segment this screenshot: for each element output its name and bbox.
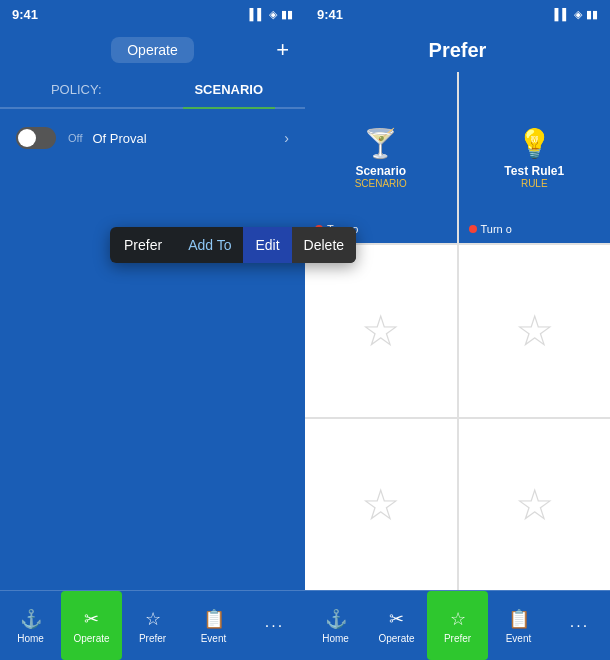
prefer-icon: ☆	[145, 608, 161, 630]
testrule-status-text: Turn o	[481, 223, 512, 235]
nav-more-right[interactable]: ···	[549, 591, 610, 660]
grid-cell-empty-1-1[interactable]: ☆	[459, 245, 611, 416]
event-label: Event	[201, 633, 227, 644]
left-time: 9:41	[12, 7, 38, 22]
delete-button[interactable]: Delete	[292, 227, 356, 263]
operate-icon-right: ✂	[389, 608, 404, 630]
scenario-subtitle: SCENARIO	[355, 178, 407, 189]
grid-cell-empty-2-0[interactable]: ☆	[305, 419, 457, 590]
prefer-label-right: Prefer	[444, 633, 471, 644]
home-icon-right: ⚓	[325, 608, 347, 630]
tabs-row: POLICY: SCENARIO	[0, 72, 305, 109]
grid-cell-empty-2-1[interactable]: ☆	[459, 419, 611, 590]
nav-home-left[interactable]: ⚓ Home	[0, 591, 61, 660]
toggle-label: Off	[68, 132, 82, 144]
event-icon: 📋	[203, 608, 225, 630]
left-status-bar: 9:41 ▌▌ ◈ ▮▮	[0, 0, 305, 28]
operate-icon: ✂	[84, 608, 99, 630]
home-label-right: Home	[322, 633, 349, 644]
list-area: Off Of Proval › Prefer Add To Edit Delet…	[0, 109, 305, 590]
grid-cell-testrule[interactable]: 💡 Test Rule1 RULE Turn o	[459, 72, 611, 243]
event-icon-right: 📋	[508, 608, 530, 630]
prefer-icon-right: ☆	[450, 608, 466, 630]
nav-more-left[interactable]: ···	[244, 591, 305, 660]
nav-event-left[interactable]: 📋 Event	[183, 591, 244, 660]
list-item[interactable]: Off Of Proval ›	[0, 117, 305, 159]
left-panel: 9:41 ▌▌ ◈ ▮▮ Operate + POLICY: SCENARIO …	[0, 0, 305, 660]
grid-cell-scenario[interactable]: 🍸 Scenario SCENARIO Turn o	[305, 72, 457, 243]
operate-label: Operate	[73, 633, 109, 644]
right-header-title: Prefer	[429, 39, 487, 62]
right-time: 9:41	[317, 7, 343, 22]
testrule-status-dot	[469, 225, 477, 233]
testrule-icon: 💡	[517, 127, 552, 160]
add-to-button[interactable]: Add To	[176, 227, 243, 263]
left-header: Operate +	[0, 28, 305, 72]
left-status-icons: ▌▌ ◈ ▮▮	[249, 8, 293, 21]
empty-star-1-0: ☆	[361, 305, 400, 356]
testrule-subtitle: RULE	[521, 178, 548, 189]
right-bottom-nav: ⚓ Home ✂ Operate ☆ Prefer 📋 Event ···	[305, 590, 610, 660]
add-button[interactable]: +	[276, 37, 289, 63]
edit-button[interactable]: Edit	[243, 227, 291, 263]
nav-event-right[interactable]: 📋 Event	[488, 591, 549, 660]
context-menu-label: Prefer	[110, 227, 176, 263]
prefer-grid: 🍸 Scenario SCENARIO Turn o 💡 Test Rule1 …	[305, 72, 610, 590]
right-status-bar: 9:41 ▌▌ ◈ ▮▮	[305, 0, 610, 28]
tab-policy[interactable]: POLICY:	[0, 72, 153, 107]
testrule-title: Test Rule1	[504, 164, 564, 178]
arrow-icon: ›	[284, 130, 289, 146]
nav-prefer-left[interactable]: ☆ Prefer	[122, 591, 183, 660]
more-icon: ···	[265, 617, 284, 635]
grid-cell-empty-1-0[interactable]: ☆	[305, 245, 457, 416]
empty-star-1-1: ☆	[515, 305, 554, 356]
testrule-status: Turn o	[469, 223, 512, 235]
nav-prefer-right[interactable]: ☆ Prefer	[427, 591, 488, 660]
left-bottom-nav: ⚓ Home ✂ Operate ☆ Prefer 📋 Event ···	[0, 590, 305, 660]
nav-operate-right[interactable]: ✂ Operate	[366, 591, 427, 660]
nav-home-right[interactable]: ⚓ Home	[305, 591, 366, 660]
more-icon-right: ···	[570, 617, 589, 635]
operate-button[interactable]: Operate	[111, 37, 194, 63]
right-panel: 9:41 ▌▌ ◈ ▮▮ Prefer 🍸 Scenario SCENARIO …	[305, 0, 610, 660]
toggle-knob	[18, 129, 36, 147]
scenario-icon: 🍸	[363, 127, 398, 160]
operate-label-right: Operate	[378, 633, 414, 644]
item-text: Of Proval	[92, 131, 146, 146]
prefer-label: Prefer	[139, 633, 166, 644]
scenario-title: Scenario	[355, 164, 406, 178]
empty-star-2-0: ☆	[361, 479, 400, 530]
home-icon: ⚓	[20, 608, 42, 630]
tab-scenario[interactable]: SCENARIO	[153, 72, 306, 107]
toggle-switch[interactable]	[16, 127, 56, 149]
empty-star-2-1: ☆	[515, 479, 554, 530]
home-label: Home	[17, 633, 44, 644]
right-header: Prefer	[305, 28, 610, 72]
context-menu: Prefer Add To Edit Delete	[110, 227, 356, 263]
right-status-icons: ▌▌ ◈ ▮▮	[554, 8, 598, 21]
event-label-right: Event	[506, 633, 532, 644]
nav-operate-left[interactable]: ✂ Operate	[61, 591, 122, 660]
